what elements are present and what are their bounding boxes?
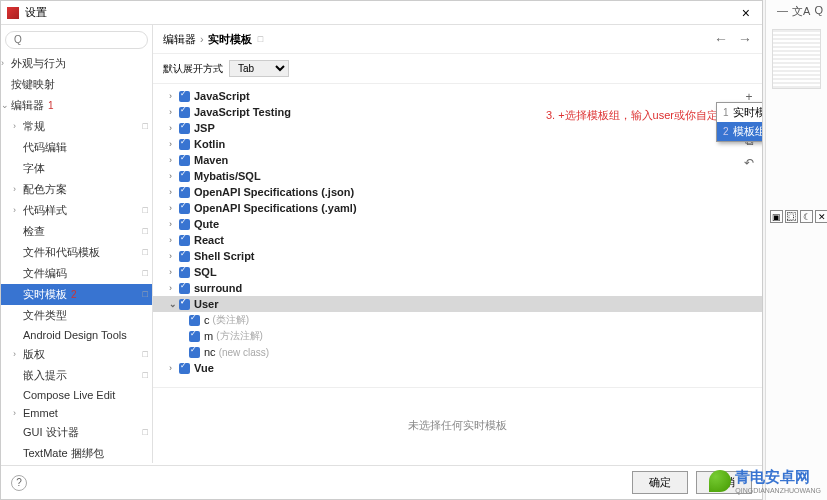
tool-1[interactable]: ▣ [770, 210, 783, 223]
sidebar-item[interactable]: Android Design Tools [1, 326, 152, 344]
sidebar-item[interactable]: ›代码样式□ [1, 200, 152, 221]
checkbox[interactable] [179, 299, 190, 310]
checkbox[interactable] [179, 107, 190, 118]
breadcrumb-root[interactable]: 编辑器 [163, 32, 196, 47]
expand-label: 默认展开方式 [163, 62, 223, 76]
window-title: 设置 [25, 5, 47, 20]
template-group[interactable]: ›Maven [153, 152, 762, 168]
template-item[interactable]: nc(new class) [153, 344, 762, 360]
thumbnail [772, 29, 821, 89]
checkbox[interactable] [179, 235, 190, 246]
sidebar-item[interactable]: ›常规□ [1, 116, 152, 137]
template-group[interactable]: ›SQL [153, 264, 762, 280]
popup-template-group[interactable]: 2 模板组... [717, 122, 762, 141]
checkbox[interactable] [189, 315, 200, 326]
template-group[interactable]: ›OpenAPI Specifications (.yaml) [153, 200, 762, 216]
popup-live-template[interactable]: 1 实时模板 [717, 103, 762, 122]
checkbox[interactable] [179, 171, 190, 182]
checkbox[interactable] [179, 139, 190, 150]
help-icon[interactable]: ? [11, 475, 27, 491]
no-selection-message: 未选择任何实时模板 [153, 387, 762, 463]
sidebar-item[interactable]: ›外观与行为 [1, 53, 152, 74]
scope-icon: □ [258, 34, 263, 44]
expand-option-row: 默认展开方式 Tab [153, 54, 762, 84]
sidebar-item[interactable]: ›Emmet [1, 404, 152, 422]
expand-select[interactable]: Tab [229, 60, 289, 77]
watermark: 青电安卓网 QINGDIANANZHUOWANG [709, 468, 821, 494]
tool-strip: ▣ ⿴ ☾ ✕ [770, 210, 827, 223]
add-popup: 1 实时模板 2 模板组... [716, 102, 762, 142]
sidebar-item[interactable]: 字体 [1, 158, 152, 179]
sidebar-item[interactable]: TextMate 捆绑包 [1, 443, 152, 464]
template-group[interactable]: ›OpenAPI Specifications (.json) [153, 184, 762, 200]
template-group[interactable]: ›Vue [153, 360, 762, 376]
checkbox[interactable] [179, 203, 190, 214]
checkbox[interactable] [179, 187, 190, 198]
checkbox[interactable] [179, 123, 190, 134]
minimize-icon[interactable]: — [777, 4, 788, 19]
sidebar-item[interactable]: GUI 设计器□ [1, 422, 152, 443]
watermark-title: 青电安卓网 [735, 468, 821, 487]
sidebar-item[interactable]: 文件类型 [1, 305, 152, 326]
template-group[interactable]: ›Kotlin [153, 136, 762, 152]
sidebar-item[interactable]: 按键映射 [1, 74, 152, 95]
template-group[interactable]: ›Qute [153, 216, 762, 232]
sidebar-item[interactable]: ⌄编辑器1 [1, 95, 152, 116]
forward-icon[interactable]: → [738, 31, 752, 47]
watermark-logo-icon [709, 470, 731, 492]
tool-3[interactable]: ☾ [800, 210, 813, 223]
sidebar-item[interactable]: 文件编码□ [1, 263, 152, 284]
tool-4[interactable]: ✕ [815, 210, 827, 223]
sidebar-item[interactable]: 文件和代码模板□ [1, 242, 152, 263]
sidebar-item[interactable]: 代码编辑 [1, 137, 152, 158]
checkbox[interactable] [179, 251, 190, 262]
checkbox[interactable] [179, 363, 190, 374]
template-group[interactable]: ›React [153, 232, 762, 248]
sidebar: ›外观与行为按键映射⌄编辑器1›常规□代码编辑字体›配色方案›代码样式□检查□文… [1, 25, 153, 463]
revert-button[interactable]: ↶ [740, 154, 758, 172]
template-item[interactable]: c(类注解) [153, 312, 762, 328]
template-group[interactable]: ⌄User [153, 296, 762, 312]
side-panel: — 文A Q ▣ ⿴ ☾ ✕ [765, 0, 827, 500]
sidebar-item[interactable]: 检查□ [1, 221, 152, 242]
sidebar-item[interactable]: ›配色方案 [1, 179, 152, 200]
checkbox[interactable] [189, 347, 200, 358]
close-icon[interactable]: × [736, 5, 756, 21]
template-group[interactable]: ›JavaScript [153, 88, 762, 104]
search-input[interactable] [5, 31, 148, 49]
checkbox[interactable] [189, 331, 200, 342]
checkbox[interactable] [179, 91, 190, 102]
template-item[interactable]: m(方法注解) [153, 328, 762, 344]
sidebar-item[interactable]: ›版权□ [1, 344, 152, 365]
sidebar-item[interactable]: 实时模板2□ [1, 284, 152, 305]
ok-button[interactable]: 确定 [632, 471, 688, 494]
translate-icon[interactable]: 文A [792, 4, 810, 19]
tool-2[interactable]: ⿴ [785, 210, 798, 223]
breadcrumb-current: 实时模板 [208, 32, 252, 47]
titlebar: 设置 × [1, 1, 762, 25]
sidebar-item[interactable]: 嵌入提示□ [1, 365, 152, 386]
checkbox[interactable] [179, 155, 190, 166]
watermark-sub: QINGDIANANZHUOWANG [735, 487, 821, 494]
sidebar-item[interactable]: Compose Live Edit [1, 386, 152, 404]
checkbox[interactable] [179, 267, 190, 278]
checkbox[interactable] [179, 219, 190, 230]
app-icon [7, 7, 19, 19]
breadcrumb: 编辑器 › 实时模板 □ ← → [153, 25, 762, 54]
back-icon[interactable]: ← [714, 31, 728, 47]
template-group[interactable]: ›Shell Script [153, 248, 762, 264]
annotation-text: 3. +选择模板组，输入user或你自定义的 [546, 108, 740, 123]
checkbox[interactable] [179, 283, 190, 294]
search-icon[interactable]: Q [814, 4, 823, 19]
template-group[interactable]: ›surround [153, 280, 762, 296]
template-group[interactable]: ›Mybatis/SQL [153, 168, 762, 184]
